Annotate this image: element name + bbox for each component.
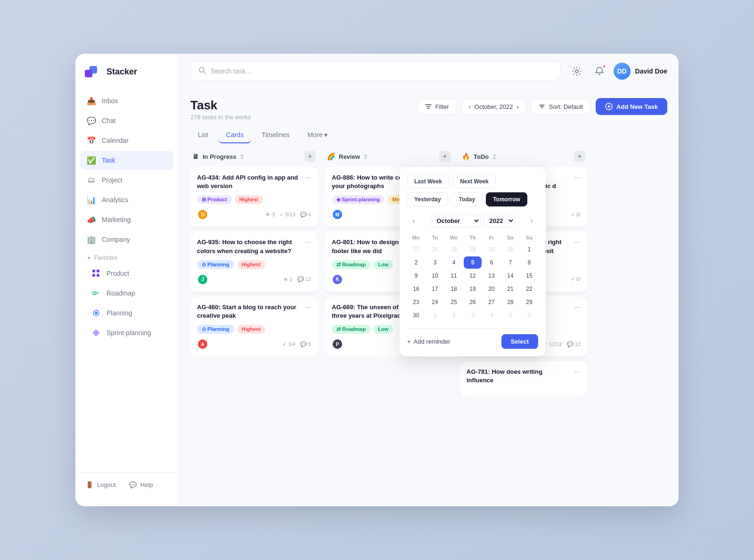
cal-day[interactable]: 13 xyxy=(483,270,500,282)
cal-month-select[interactable]: JanuaryFebruaryMarchApril MayJuneJulyAug… xyxy=(431,214,481,227)
sidebar-item-chat[interactable]: 💬 Chat xyxy=(80,111,174,130)
add-card-todo[interactable]: + xyxy=(574,151,585,162)
cal-day[interactable]: 2 xyxy=(445,309,463,321)
card-menu-ag935[interactable]: ··· xyxy=(305,238,311,247)
cal-day[interactable]: 7 xyxy=(501,256,519,269)
cal-day[interactable]: 26 xyxy=(445,243,463,255)
add-reminder-button[interactable]: + Add reminder xyxy=(407,338,451,345)
sidebar-item-project[interactable]: 🗂 Project xyxy=(80,171,174,189)
tab-more[interactable]: More ▾ xyxy=(300,127,336,143)
card-menu-ag781[interactable]: ··· xyxy=(574,368,581,376)
cal-day[interactable]: 24 xyxy=(426,296,444,308)
cal-day[interactable]: 16 xyxy=(407,283,425,295)
cal-day[interactable]: 27 xyxy=(483,296,500,308)
cal-prev-btn[interactable]: ‹ xyxy=(407,214,420,227)
sidebar-item-inbox[interactable]: 📥 Inbox xyxy=(80,91,174,110)
cal-btn-today[interactable]: Today xyxy=(452,192,482,206)
search-bar[interactable]: Search task.... xyxy=(190,61,561,81)
card-menu-ag143[interactable]: ··· xyxy=(574,238,581,247)
cal-day[interactable]: 14 xyxy=(501,270,519,282)
cal-day[interactable]: 30 xyxy=(501,243,519,255)
cal-day[interactable]: 1 xyxy=(520,243,538,255)
cal-day[interactable]: 26 xyxy=(426,243,444,255)
help-button[interactable]: 💬 Help xyxy=(123,478,159,492)
sidebar-item-sprint[interactable]: Sprint-planning xyxy=(85,323,169,342)
cal-day[interactable]: 10 xyxy=(426,270,444,282)
cal-day[interactable]: 5 xyxy=(501,309,519,321)
user-info[interactable]: DD David Doe xyxy=(614,63,667,80)
card-ag935[interactable]: AG-935: How to choose the right colors w… xyxy=(190,231,318,291)
column-title-in-progress: 🖥 In Progress 3 xyxy=(192,153,244,160)
cal-btn-last-week[interactable]: Last Week xyxy=(407,174,449,189)
prev-month-icon[interactable]: ‹ xyxy=(468,103,470,110)
card-menu-ag460[interactable]: ··· xyxy=(305,303,311,312)
search-icon xyxy=(198,66,206,75)
cal-day[interactable]: 23 xyxy=(407,296,425,308)
cal-day[interactable]: 18 xyxy=(445,283,463,295)
cal-day[interactable]: 19 xyxy=(464,283,482,295)
cal-day-today[interactable]: 5 xyxy=(464,256,482,269)
cal-day[interactable]: 3 xyxy=(426,256,444,269)
sidebar-item-planning[interactable]: Planning xyxy=(85,304,169,322)
cal-day[interactable]: 15 xyxy=(520,270,538,282)
logout-button[interactable]: 🚪 Logout xyxy=(80,478,122,492)
cal-select-button[interactable]: Select xyxy=(501,334,538,349)
sidebar-item-roadmap[interactable]: Roadmap xyxy=(85,284,169,303)
cal-day[interactable]: 30 xyxy=(407,309,425,321)
cal-day[interactable]: 25 xyxy=(445,296,463,308)
cal-day[interactable]: 6 xyxy=(483,256,500,269)
cal-btn-tomorrow[interactable]: Tomorrow xyxy=(486,192,527,206)
tab-list[interactable]: List xyxy=(190,127,216,143)
cal-day[interactable]: 20 xyxy=(483,283,500,295)
next-month-icon[interactable]: › xyxy=(517,103,519,110)
sidebar-item-product[interactable]: Product xyxy=(85,264,169,283)
cal-day[interactable]: 4 xyxy=(445,256,463,269)
add-card-review[interactable]: + xyxy=(439,151,451,162)
cal-day[interactable]: 26 xyxy=(464,296,482,308)
card-menu-ag434[interactable]: ··· xyxy=(305,173,311,182)
cal-day[interactable]: 9 xyxy=(407,270,425,282)
cal-next-btn[interactable]: › xyxy=(525,214,538,227)
cal-btn-next-week[interactable]: Next Week xyxy=(453,174,495,189)
sidebar-item-marketing[interactable]: 📣 Marketing xyxy=(80,210,174,229)
add-task-button[interactable]: Add New Task xyxy=(596,98,667,115)
card-menu-ag937[interactable]: ··· xyxy=(574,173,581,182)
cal-day[interactable]: 2 xyxy=(407,256,425,269)
cal-day[interactable]: 8 xyxy=(520,256,538,269)
cal-day[interactable]: 29 xyxy=(483,243,500,255)
cal-day[interactable]: 1 xyxy=(426,309,444,321)
card-title-ag460: AG-460: Start a blog to reach your creat… xyxy=(197,303,305,320)
filter-button[interactable]: Filter xyxy=(417,99,457,115)
cal-day[interactable]: 6 xyxy=(520,309,538,321)
sidebar-item-task[interactable]: ✅ Task xyxy=(80,151,174,170)
cal-day[interactable]: 29 xyxy=(520,296,538,308)
cal-day[interactable]: 21 xyxy=(501,283,519,295)
month-nav[interactable]: ‹ October, 2022 › xyxy=(461,99,525,115)
cal-day[interactable]: 28 xyxy=(501,296,519,308)
tab-cards[interactable]: Cards xyxy=(219,127,251,143)
tab-timelines[interactable]: Timelines xyxy=(254,127,297,143)
card-stats-ag937: ✓ 0/ xyxy=(571,212,581,218)
cal-day[interactable]: 12 xyxy=(464,270,482,282)
notifications-button[interactable] xyxy=(591,63,608,80)
add-card-in-progress[interactable]: + xyxy=(304,151,316,162)
card-ag434[interactable]: AG-434: Add API config in app and web ve… xyxy=(190,167,318,227)
card-ag781[interactable]: AG-781: How does writing influence ··· xyxy=(460,361,587,396)
cal-day[interactable]: 17 xyxy=(426,283,444,295)
cal-year-select[interactable]: 20202021202220232024 xyxy=(484,214,515,227)
card-ag460[interactable]: AG-460: Start a blog to reach your creat… xyxy=(190,296,318,356)
sort-button[interactable]: Sort: Default xyxy=(531,99,591,115)
sidebar-item-calendar[interactable]: 📅 Calendar xyxy=(80,131,174,150)
cal-day[interactable]: 4 xyxy=(483,309,500,321)
cal-day[interactable]: 28 xyxy=(464,243,482,255)
sidebar-item-company[interactable]: 🏢 Company xyxy=(80,230,174,249)
cal-day[interactable]: 3 xyxy=(464,309,482,321)
favorites-section[interactable]: ▼ Favorites xyxy=(80,250,174,264)
settings-button[interactable] xyxy=(568,63,585,80)
cal-day[interactable]: 25 xyxy=(407,243,425,255)
cal-day[interactable]: 22 xyxy=(520,283,538,295)
sidebar-item-analytics[interactable]: 📊 Analytics xyxy=(80,190,174,209)
card-menu-ag511[interactable]: ··· xyxy=(574,303,581,312)
cal-day[interactable]: 11 xyxy=(445,270,463,282)
cal-btn-yesterday[interactable]: Yesterday xyxy=(407,192,448,206)
